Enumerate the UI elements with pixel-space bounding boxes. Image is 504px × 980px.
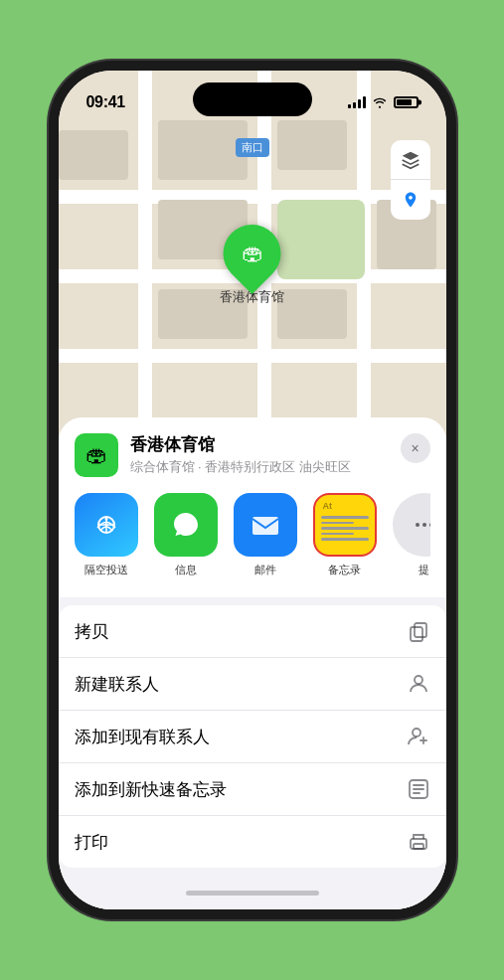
mail-label: 邮件 — [254, 563, 276, 577]
share-item-airdrop[interactable]: 隔空投送 — [75, 493, 138, 577]
venue-header: 🏟 香港体育馆 综合体育馆 · 香港特别行政区 油尖旺区 × — [75, 433, 430, 477]
more-label: 提 — [419, 563, 429, 577]
venue-subtitle: 综合体育馆 · 香港特别行政区 油尖旺区 — [130, 458, 389, 476]
share-row: 隔空投送 信息 — [75, 493, 430, 581]
action-list: 拷贝 新建联系人 添加到现有联系人 — [59, 605, 446, 868]
svg-rect-9 — [414, 844, 423, 849]
svg-point-1 — [104, 518, 107, 521]
map-layers-button[interactable] — [391, 140, 430, 180]
action-copy[interactable]: 拷贝 — [59, 605, 446, 658]
map-controls — [391, 140, 430, 220]
venue-close-button[interactable]: × — [401, 433, 430, 463]
note-icon — [407, 777, 430, 801]
venue-info: 香港体育馆 综合体育馆 · 香港特别行政区 油尖旺区 — [130, 433, 389, 476]
more-icon — [393, 493, 430, 557]
messages-label: 信息 — [175, 563, 197, 577]
action-print-label: 打印 — [75, 831, 108, 854]
airdrop-icon — [75, 493, 138, 557]
print-icon — [407, 830, 430, 854]
action-new-contact-label: 新建联系人 — [75, 673, 159, 696]
action-quick-note-label: 添加到新快速备忘录 — [75, 778, 227, 801]
share-item-mail[interactable]: 邮件 — [234, 493, 297, 577]
home-indicator — [59, 876, 446, 909]
person-icon — [407, 672, 430, 696]
svg-point-6 — [413, 729, 420, 736]
notes-label: 备忘录 — [328, 563, 361, 577]
action-new-contact[interactable]: 新建联系人 — [59, 658, 446, 711]
action-add-contact[interactable]: 添加到现有联系人 — [59, 711, 446, 763]
dynamic-island — [193, 82, 312, 116]
airdrop-label: 隔空投送 — [84, 563, 128, 577]
svg-rect-4 — [411, 627, 422, 641]
share-item-more[interactable]: 提 — [393, 493, 430, 577]
venue-icon: 🏟 — [75, 433, 118, 477]
wifi-icon — [372, 96, 388, 108]
map-pin-emoji: 🏟 — [242, 241, 263, 266]
copy-icon — [407, 619, 430, 643]
svg-rect-2 — [252, 517, 278, 535]
venue-card: 🏟 香港体育馆 综合体育馆 · 香港特别行政区 油尖旺区 × — [59, 417, 446, 597]
status-icons — [348, 96, 419, 108]
notes-icon: At — [313, 493, 377, 557]
bottom-sheet: 🏟 香港体育馆 综合体育馆 · 香港特别行政区 油尖旺区 × — [59, 417, 446, 909]
phone-frame: 09:41 南口 — [59, 71, 446, 909]
signal-bars-icon — [348, 96, 366, 108]
messages-icon — [154, 493, 218, 557]
map-pin: 🏟 香港体育馆 — [220, 225, 284, 306]
location-button[interactable] — [391, 180, 430, 220]
share-item-messages[interactable]: 信息 — [154, 493, 218, 577]
svg-point-5 — [415, 676, 422, 684]
map-label: 南口 — [236, 138, 269, 157]
action-copy-label: 拷贝 — [75, 620, 108, 643]
status-time: 09:41 — [86, 93, 125, 111]
svg-rect-3 — [415, 623, 426, 637]
venue-name: 香港体育馆 — [130, 433, 389, 456]
action-quick-note[interactable]: 添加到新快速备忘录 — [59, 763, 446, 816]
share-item-notes[interactable]: At 备忘录 — [313, 493, 377, 577]
action-print[interactable]: 打印 — [59, 816, 446, 868]
person-add-icon — [407, 725, 430, 748]
action-add-contact-label: 添加到现有联系人 — [75, 726, 210, 748]
mail-icon — [234, 493, 297, 557]
home-bar — [186, 891, 319, 896]
battery-icon — [394, 96, 419, 108]
